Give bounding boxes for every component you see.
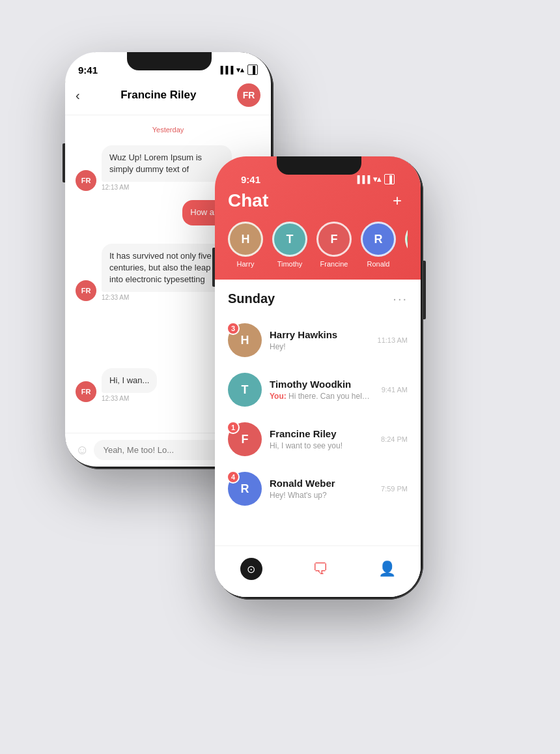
you-label: You: xyxy=(270,392,288,401)
conversation-avatar: R 4 xyxy=(228,472,262,506)
date-separator: Yesterday xyxy=(76,126,260,134)
battery-icon-front: ▐ xyxy=(384,174,395,184)
story-item[interactable]: H Harry xyxy=(228,222,263,268)
signal-icon-front: ▐▐▐ xyxy=(355,175,370,183)
conversation-item[interactable]: R 4 Ronald Weber Hey! What's up? 7:59 PM xyxy=(215,464,421,514)
front-phone: 9:41 ▐▐▐ ▾▴ ▐ Chat + H Harry xyxy=(215,156,423,600)
chat-list-title: Chat xyxy=(228,190,268,211)
explore-nav-item[interactable]: ⊙ xyxy=(227,554,275,584)
story-name: Timothy xyxy=(277,260,303,268)
chat-detail-header: ‹ Francine Riley FR xyxy=(65,78,271,115)
signal-icon-back: ▐▐▐ xyxy=(218,66,233,74)
new-chat-button[interactable]: + xyxy=(387,190,408,211)
story-name: Francine xyxy=(320,260,348,268)
chat-day-label: Sunday xyxy=(228,291,275,306)
conversation-item[interactable]: F 1 Francine Riley Hi, I want to see you… xyxy=(215,414,421,464)
chat-list-screen: 9:41 ▐▐▐ ▾▴ ▐ Chat + H Harry xyxy=(215,156,421,597)
emoji-icon[interactable]: ☺ xyxy=(76,442,89,457)
chat-icon: 🗨 xyxy=(313,560,328,578)
conversation-item[interactable]: T Timothy Woodkin You: Hi there. Can you… xyxy=(215,365,421,414)
contact-avatar[interactable]: FR xyxy=(237,83,260,107)
chat-list-top-bar: Chat + xyxy=(228,188,408,211)
explore-icon: ⊙ xyxy=(240,558,262,580)
conversation-avatar: H 3 xyxy=(228,323,262,357)
unread-badge: 3 xyxy=(227,322,240,335)
bottom-navigation: ⊙ 🗨 👤 xyxy=(215,545,421,597)
message-avatar: FR xyxy=(76,170,96,191)
chat-list-body: Sunday ··· H 3 Harry Hawkins Hey! xyxy=(215,280,421,597)
conversation-list: H 3 Harry Hawkins Hey! 11:13 AM T xyxy=(215,315,421,545)
message-bubble: Hi, I wan... xyxy=(102,368,157,393)
story-avatar: T xyxy=(272,222,307,257)
story-avatar: H xyxy=(228,222,263,257)
conversation-name: Timothy Woodkin xyxy=(270,379,374,390)
chat-nav-item[interactable]: 🗨 xyxy=(300,556,341,582)
contact-avatar-initials: FR xyxy=(237,83,260,107)
unread-badge: 1 xyxy=(227,421,240,434)
time-front: 9:41 xyxy=(241,174,260,185)
conversation-preview: You: Hi there. Can you help me? xyxy=(270,392,374,401)
story-item[interactable]: R Ronald xyxy=(361,222,396,268)
story-avatar: S xyxy=(405,222,408,257)
contact-name: Francine Riley xyxy=(85,89,232,102)
battery-icon-back: ▐ xyxy=(247,65,258,75)
story-name: Ronald xyxy=(367,260,390,268)
conversation-preview: Hey! What's up? xyxy=(270,491,373,500)
message-avatar: FR xyxy=(76,381,96,402)
message-avatar: FR xyxy=(76,280,96,301)
story-item[interactable]: T Timothy xyxy=(272,222,307,268)
conversation-time: 7:59 PM xyxy=(381,485,408,493)
message-time: 12:33 AM xyxy=(102,395,157,402)
conversation-time: 9:41 AM xyxy=(382,386,408,394)
story-item[interactable]: F Francine xyxy=(316,222,352,268)
profile-icon: 👤 xyxy=(378,560,396,577)
more-options-button[interactable]: ··· xyxy=(393,291,408,306)
status-icons-front: ▐▐▐ ▾▴ ▐ xyxy=(355,174,395,184)
message-time: 12:33 AM xyxy=(102,294,232,301)
message-time: 12:13 AM xyxy=(102,184,232,191)
notch-front xyxy=(277,156,361,175)
conversation-time: 11:13 AM xyxy=(378,336,408,344)
conversation-item[interactable]: H 3 Harry Hawkins Hey! 11:13 AM xyxy=(215,315,421,365)
conversation-name: Harry Hawkins xyxy=(270,329,370,340)
time-back: 9:41 xyxy=(78,65,98,76)
story-name: Harry xyxy=(237,260,255,268)
conversation-time: 8:24 PM xyxy=(381,435,408,443)
conversation-name: Francine Riley xyxy=(270,428,373,439)
conversation-name: Ronald Weber xyxy=(270,478,373,489)
back-button[interactable]: ‹ xyxy=(76,88,80,103)
message-bubble-wrap: Wuz Up! Lorem Ipsum is simply dummy text… xyxy=(102,145,232,191)
status-icons-back: ▐▐▐ ▾▴ ▐ xyxy=(218,65,258,75)
story-avatar: R xyxy=(361,222,396,257)
unread-badge: 4 xyxy=(227,471,240,484)
message-bubble-wrap: Hi, I wan... 12:33 AM xyxy=(102,368,157,402)
profile-nav-item[interactable]: 👤 xyxy=(365,557,409,581)
conversation-info: Ronald Weber Hey! What's up? xyxy=(270,478,373,500)
chat-list-header: 9:41 ▐▐▐ ▾▴ ▐ Chat + H Harry xyxy=(215,156,421,280)
chat-day-header: Sunday ··· xyxy=(215,291,421,315)
stories-row: H Harry T Timothy F Francine R Ronald xyxy=(228,222,408,280)
conversation-info: Timothy Woodkin You: Hi there. Can you h… xyxy=(270,379,374,401)
conversation-info: Francine Riley Hi, I want to see you! xyxy=(270,428,373,450)
wifi-icon-front: ▾▴ xyxy=(373,175,381,184)
notch-back xyxy=(127,52,212,70)
story-avatar: F xyxy=(316,222,352,257)
conversation-preview: Hey! xyxy=(270,342,370,351)
story-item[interactable]: S Sar... xyxy=(405,222,408,268)
conversation-avatar: F 1 xyxy=(228,422,262,456)
message-bubble: Wuz Up! Lorem Ipsum is simply dummy text… xyxy=(102,145,232,182)
conversation-avatar: T xyxy=(228,373,262,407)
conversation-info: Harry Hawkins Hey! xyxy=(270,329,370,351)
conversation-preview: Hi, I want to see you! xyxy=(270,441,373,450)
wifi-icon-back: ▾▴ xyxy=(236,66,244,74)
